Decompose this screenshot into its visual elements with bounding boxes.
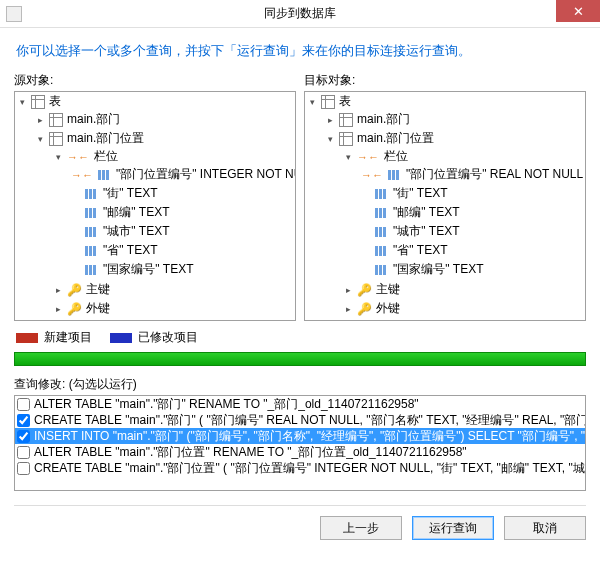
tree-node-column[interactable]: "国家编号" TEXT	[69, 261, 196, 278]
expander-icon[interactable]: ▾	[17, 97, 27, 107]
svg-rect-2	[106, 170, 109, 180]
back-button[interactable]: 上一步	[320, 516, 402, 540]
expander-icon[interactable]: ▾	[307, 97, 317, 107]
close-button[interactable]: ✕	[556, 0, 600, 22]
source-panel-label: 源对象:	[14, 72, 296, 89]
column-icon	[85, 188, 99, 200]
query-checkbox[interactable]	[17, 398, 30, 411]
query-row[interactable]: CREATE TABLE "main"."部门" ( "部门编号" REAL N…	[15, 412, 585, 428]
tree-node-uk[interactable]: ▸ 唯一键	[51, 319, 123, 321]
tree-node-column[interactable]: "城市" TEXT	[359, 223, 462, 240]
tree-label: 栏位	[384, 148, 408, 165]
queries-list[interactable]: ALTER TABLE "main"."部门" RENAME TO "_部门_o…	[14, 395, 586, 491]
expander-icon[interactable]: ▸	[53, 285, 63, 295]
tree-label: 栏位	[94, 148, 118, 165]
tree-node-column[interactable]: "街" TEXT	[69, 185, 160, 202]
svg-rect-14	[93, 246, 96, 256]
svg-rect-5	[93, 189, 96, 199]
progress-bar	[14, 352, 586, 366]
svg-rect-26	[383, 189, 386, 199]
svg-rect-8	[93, 208, 96, 218]
target-tree[interactable]: ▾ 表 ▸ main.部门	[304, 91, 586, 321]
tree-node-uk[interactable]: ▸ 唯一键	[341, 319, 413, 321]
tree-node-tables[interactable]: ▾ 表	[305, 93, 353, 110]
query-text: CREATE TABLE "main"."部门" ( "部门编号" REAL N…	[34, 412, 586, 429]
dialog-body: 你可以选择一个或多个查询，并按下「运行查询」来在你的目标连接运行查询。 源对象:…	[0, 28, 600, 540]
query-checkbox[interactable]	[17, 446, 30, 459]
expander-icon[interactable]: ▸	[343, 285, 353, 295]
source-tree[interactable]: ▾ 表 ▸ main.部门	[14, 91, 296, 321]
expander-icon[interactable]: ▾	[343, 152, 353, 162]
key-icon: 🔑	[67, 302, 82, 316]
svg-rect-16	[89, 265, 92, 275]
modified-arrow-icon: →←	[67, 151, 89, 163]
svg-rect-23	[396, 170, 399, 180]
query-text: ALTER TABLE "main"."部门" RENAME TO "_部门_o…	[34, 396, 419, 413]
svg-rect-15	[85, 265, 88, 275]
expander-icon[interactable]: ▾	[325, 134, 335, 144]
run-query-button[interactable]: 运行查询	[412, 516, 494, 540]
expander-icon[interactable]: ▾	[35, 134, 45, 144]
query-checkbox[interactable]	[17, 462, 30, 475]
tree-label: "城市" TEXT	[103, 223, 170, 240]
expander-icon[interactable]: ▸	[53, 304, 63, 314]
tree-node-column[interactable]: →←"部门位置编号" REAL NOT NULL	[359, 166, 585, 183]
tree-node-column[interactable]: →←"部门位置编号" INTEGER NOT NULL	[69, 166, 296, 183]
tree-node-column[interactable]: "省" TEXT	[359, 242, 450, 259]
tree-label: 外键	[376, 300, 400, 317]
svg-rect-27	[375, 208, 378, 218]
tree-node-pk[interactable]: ▸ 🔑 主键	[51, 281, 112, 298]
tree-node-columns[interactable]: ▾ →← 栏位	[51, 148, 120, 165]
legend: 新建项目 已修改项目	[14, 321, 586, 350]
query-row[interactable]: CREATE TABLE "main"."部门位置" ( "部门位置编号" IN…	[15, 460, 585, 476]
table-icon	[339, 132, 353, 146]
tree-node-column[interactable]: "邮编" TEXT	[359, 204, 462, 221]
query-row[interactable]: INSERT INTO "main"."部门" ("部门编号", "部门名称",…	[15, 428, 585, 444]
tree-label: "省" TEXT	[103, 242, 158, 259]
footer: 上一步 运行查询 取消	[14, 505, 586, 540]
legend-swatch-modified	[110, 333, 132, 343]
column-icon	[98, 169, 112, 181]
svg-rect-30	[375, 227, 378, 237]
tree-node-column[interactable]: "省" TEXT	[69, 242, 160, 259]
column-icon	[85, 226, 99, 238]
column-icon	[388, 169, 402, 181]
expander-icon[interactable]: ▸	[35, 115, 45, 125]
tree-node-pk[interactable]: ▸ 🔑 主键	[341, 281, 402, 298]
tree-node-fk[interactable]: ▸ 🔑 外键	[341, 300, 402, 317]
tree-node-table[interactable]: ▾ main.部门位置	[33, 130, 146, 147]
tree-node-table[interactable]: ▾ main.部门位置	[323, 130, 436, 147]
svg-rect-10	[89, 227, 92, 237]
svg-rect-0	[98, 170, 101, 180]
expander-icon[interactable]: ▸	[343, 304, 353, 314]
tree-label: main.部门	[357, 111, 410, 128]
tree-label: 表	[339, 93, 351, 110]
expander-icon[interactable]: ▸	[325, 115, 335, 125]
tree-node-columns[interactable]: ▾ →← 栏位	[341, 148, 410, 165]
expander-icon[interactable]: ▾	[53, 152, 63, 162]
cancel-button[interactable]: 取消	[504, 516, 586, 540]
tree-node-column[interactable]: "国家编号" TEXT	[359, 261, 486, 278]
table-group-icon	[31, 95, 45, 109]
modified-arrow-icon: →←	[361, 169, 383, 181]
query-checkbox[interactable]	[17, 430, 30, 443]
query-row[interactable]: ALTER TABLE "main"."部门" RENAME TO "_部门_o…	[15, 396, 585, 412]
tree-node-table[interactable]: ▸ main.部门	[33, 111, 122, 128]
tree-label: 唯一键	[85, 319, 121, 321]
key-icon: 🔑	[357, 302, 372, 316]
column-icon	[375, 188, 389, 200]
window-title: 同步到数据库	[0, 5, 600, 22]
tree-node-column[interactable]: "街" TEXT	[359, 185, 450, 202]
tree-node-table[interactable]: ▸ main.部门	[323, 111, 412, 128]
query-row[interactable]: ALTER TABLE "main"."部门位置" RENAME TO "_部门…	[15, 444, 585, 460]
table-group-icon	[321, 95, 335, 109]
query-checkbox[interactable]	[17, 414, 30, 427]
tree-node-tables[interactable]: ▾ 表	[15, 93, 63, 110]
tree-node-column[interactable]: "邮编" TEXT	[69, 204, 172, 221]
svg-rect-32	[383, 227, 386, 237]
tree-node-fk[interactable]: ▸ 🔑 外键	[51, 300, 112, 317]
svg-rect-35	[383, 246, 386, 256]
tree-node-column[interactable]: "城市" TEXT	[69, 223, 172, 240]
target-panel: 目标对象: ▾ 表 ▸	[304, 72, 586, 321]
tree-label: "国家编号" TEXT	[393, 261, 484, 278]
